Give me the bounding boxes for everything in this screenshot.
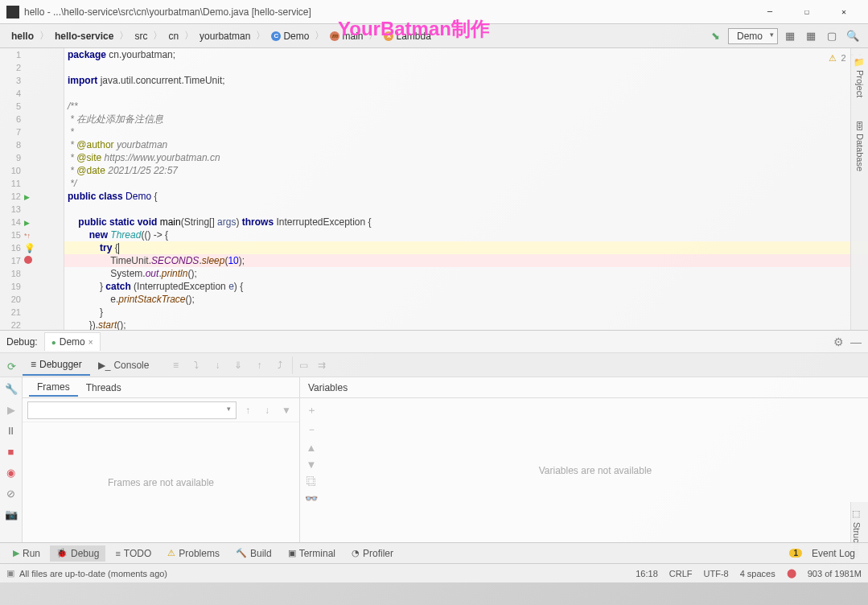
breakpoint-icon[interactable] [24,256,32,264]
run-config-dropdown[interactable]: Demo [728,28,778,44]
frames-dropdown[interactable] [27,401,237,419]
debug-session-tab[interactable]: ● Demo × [44,332,101,351]
indent-info[interactable]: 4 spaces [740,569,775,578]
crumb-src[interactable]: src [130,29,152,43]
tool-profiler[interactable]: ◔Profiler [345,545,400,562]
gutter[interactable]: 12345 678910 1112131415 1617181920 2122 … [0,48,64,330]
coverage-icon[interactable]: ▦ [802,27,820,45]
step-out-icon[interactable]: ↑ [250,356,268,374]
search-everywhere-icon[interactable]: 🔍 [844,27,862,45]
view-breakpoints-icon[interactable]: ◉ [3,464,19,480]
close-button[interactable]: ✕ [826,0,862,24]
tab-console[interactable]: ▶_Console [90,356,158,375]
remove-watch-icon[interactable]: － [306,422,317,437]
run-line-icon[interactable]: ▶ [24,191,30,204]
glasses-icon[interactable]: 👓 [305,492,318,504]
stop-icon[interactable]: ▢ [823,27,841,45]
right-sidebar: 📁Project 🗄Database [850,48,868,330]
navigation-bar: hello〉 hello-service〉 src〉 cn〉 yourbatma… [0,24,868,48]
pause-icon[interactable]: ⏸ [3,422,19,438]
frames-empty: Frames are not available [23,422,299,542]
maximize-button[interactable]: ☐ [789,0,825,24]
variables-title: Variables [300,377,868,398]
crumb-class-demo[interactable]: CDemo [266,29,314,43]
variables-empty: Variables are not available [300,398,868,542]
tool-event-log[interactable]: Event Log [805,545,862,562]
run-line-icon[interactable]: ▶ [24,216,30,229]
code-area[interactable]: ⚠2 ˆ ˇ package cn.yourbatman; import jav… [64,48,868,330]
window-title: hello - ...\hello-service\src\cn\yourbat… [24,6,752,18]
line-separator[interactable]: CRLF [669,569,693,578]
hide-icon[interactable]: — [850,335,862,348]
caret [118,243,119,254]
status-bar: ▣ All files are up-to-date (moments ago)… [0,563,868,582]
editor: 12345 678910 1112131415 1617181920 2122 … [0,48,868,330]
caret-position[interactable]: 16:18 [636,569,658,578]
tool-build[interactable]: 🔨Build [229,545,278,562]
tool-run[interactable]: ▶Run [6,545,47,562]
lambda-icon: λ [384,31,393,41]
tool-project[interactable]: 📁Project [854,56,865,97]
tool-todo[interactable]: ≡TODO [109,545,158,562]
tool-debug[interactable]: 🐞Debug [50,545,105,562]
close-session-icon[interactable]: × [88,338,93,347]
trace-icon[interactable]: ⇉ [313,356,331,374]
tool-window-bar: ▶Run 🐞Debug ≡TODO ⚠Problems 🔨Build ▣Term… [0,542,868,563]
debug-panel: Debug: ● Demo × ⚙ — ⟳ ≡Debugger ▶_Consol… [0,330,868,542]
filter-icon[interactable]: ▼ [278,405,294,416]
tool-terminal[interactable]: ▣Terminal [282,545,342,562]
event-count-badge: 1 [789,549,802,558]
rerun-icon[interactable]: ⟳ [3,359,19,375]
modify-run-config-icon[interactable]: 🔧 [3,381,19,397]
tab-debugger[interactable]: ≡Debugger [23,355,90,376]
app-icon [6,6,19,19]
copy-icon[interactable]: ⿻ [306,475,317,488]
show-execution-icon[interactable]: ≡ [167,356,184,374]
titlebar: hello - ...\hello-service\src\cn\yourbat… [0,0,868,24]
intention-bulb-icon[interactable]: 💡 [24,243,35,253]
build-icon[interactable]: ⬊ [707,27,725,45]
crumb-yourbatman[interactable]: yourbatman [195,29,255,43]
up-icon[interactable]: ▲ [306,442,317,454]
step-over-icon[interactable]: ⤵ [187,356,205,374]
tool-windows-icon[interactable]: ▣ [6,568,14,578]
error-indicator-icon[interactable]: ⬤ [787,568,796,578]
tool-problems[interactable]: ⚠Problems [161,545,226,562]
tool-database[interactable]: 🗄Database [855,121,865,171]
add-watch-icon[interactable]: ＋ [306,403,317,418]
step-into-icon[interactable]: ↓ [208,356,226,374]
crumb-lambda[interactable]: λLambda [379,29,435,43]
minimize-button[interactable]: ─ [752,0,788,24]
status-message: All files are up-to-date (moments ago) [19,569,167,578]
thread-dump-icon[interactable]: 📷 [3,506,19,522]
tab-threads[interactable]: Threads [78,380,130,396]
method-icon: m [330,31,339,41]
prev-frame-icon[interactable]: ↑ [240,405,256,416]
class-icon: C [271,31,281,41]
crumb-cn[interactable]: cn [163,29,183,43]
crumb-hello-service[interactable]: hello-service [50,29,118,43]
evaluate-icon[interactable]: ▭ [292,356,310,374]
settings-icon[interactable]: ⚙ [833,335,844,348]
stop-icon[interactable]: ■ [3,443,19,459]
down-icon[interactable]: ▼ [306,459,317,471]
resume-icon[interactable]: ▶ [3,401,19,418]
drop-frame-icon[interactable]: ⤴ [271,356,289,374]
file-encoding[interactable]: UTF-8 [704,569,729,578]
next-frame-icon[interactable]: ↓ [259,405,275,416]
memory-indicator[interactable]: 903 of 1981M [808,569,862,578]
force-step-into-icon[interactable]: ⇓ [229,356,247,374]
mute-breakpoints-icon[interactable]: ⊘ [3,485,19,501]
crumb-hello[interactable]: hello [6,29,39,43]
tab-frames[interactable]: Frames [29,379,78,397]
run-icon[interactable]: ▦ [781,27,799,45]
crumb-method-main[interactable]: mmain [325,29,368,43]
debug-title: Debug: [6,336,38,348]
